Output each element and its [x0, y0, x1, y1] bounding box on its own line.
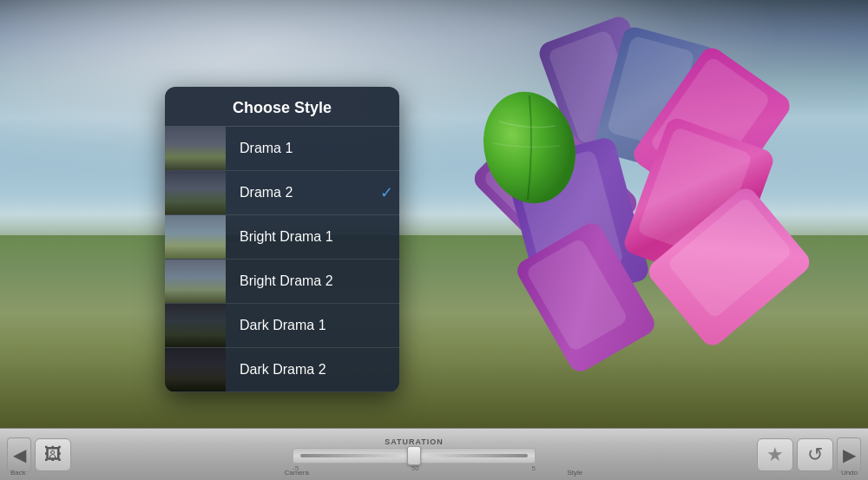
camera-label: Camera	[284, 469, 308, 477]
style-thumbnail-drama1	[165, 127, 226, 170]
style-label: Style	[567, 469, 582, 477]
toolbar-bottom-labels: Back Camera Style Undo	[0, 464, 868, 480]
style-label-bright2: Bright Drama 2	[226, 261, 373, 301]
style-label-bright1: Bright Drama 1	[226, 217, 373, 257]
style-check-drama2: ✓	[373, 183, 399, 202]
app-container: Choose Style Drama 1 Drama 2 ✓ Bright Dr…	[0, 0, 868, 480]
saturation-thumb[interactable]	[407, 446, 421, 465]
saturation-slider[interactable]	[293, 448, 536, 464]
saturation-label: SATURATION	[385, 437, 444, 446]
style-item-drama1[interactable]: Drama 1	[165, 127, 399, 171]
nav-left-icon: ◀	[13, 444, 26, 465]
style-item-drama2[interactable]: Drama 2 ✓	[165, 171, 399, 215]
style-label-dark1: Dark Drama 1	[226, 306, 373, 345]
undo-icon: ↺	[807, 444, 823, 466]
style-label-dark2: Dark Drama 2	[226, 350, 373, 390]
star-icon: ★	[766, 444, 784, 466]
toolbar: ◀ 🖼 SATURATION -5 50 5 ★	[0, 428, 868, 480]
style-thumbnail-dark2	[165, 348, 226, 391]
style-thumbnail-bright2	[165, 260, 226, 303]
style-item-bright1[interactable]: Bright Drama 1	[165, 215, 399, 260]
style-label-drama2: Drama 2	[226, 173, 373, 213]
style-label-drama1: Drama 1	[226, 128, 373, 168]
back-label: Back	[10, 469, 26, 477]
style-chooser-header: Choose Style	[165, 87, 399, 127]
style-item-dark1[interactable]: Dark Drama 1	[165, 304, 399, 348]
style-thumbnail-drama2	[165, 171, 226, 214]
style-chooser-panel: Choose Style Drama 1 Drama 2 ✓ Bright Dr…	[165, 87, 399, 392]
nav-right-icon: ▶	[843, 444, 856, 465]
photo-background: Choose Style Drama 1 Drama 2 ✓ Bright Dr…	[0, 0, 868, 428]
logo-area	[434, 17, 799, 391]
undo-label: Undo	[841, 469, 858, 477]
photo-icon: 🖼	[44, 444, 62, 464]
leaf-icon	[477, 87, 582, 208]
style-thumbnail-bright1	[165, 215, 226, 259]
style-thumbnail-dark1	[165, 304, 226, 347]
style-item-dark2[interactable]: Dark Drama 2	[165, 348, 399, 392]
style-item-bright2[interactable]: Bright Drama 2	[165, 260, 399, 304]
